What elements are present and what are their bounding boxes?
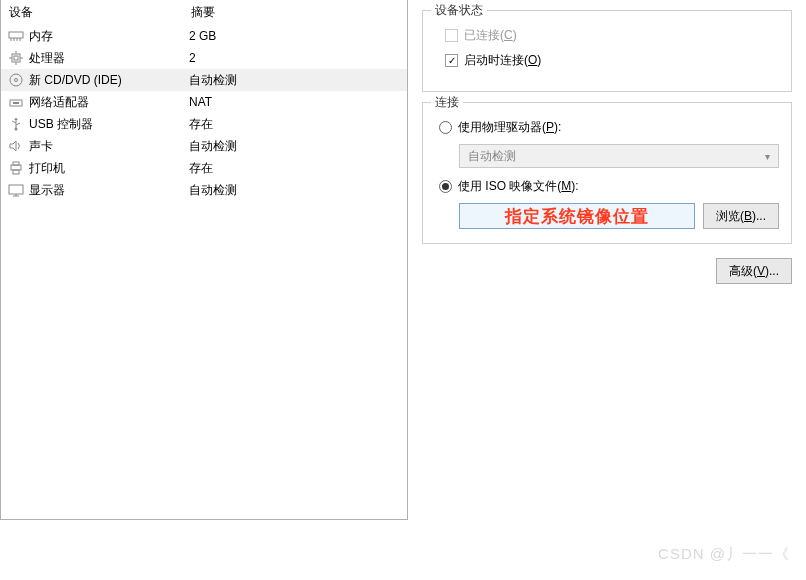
device-name: USB 控制器 [29,116,189,133]
physical-drive-dropdown: 自动检测 ▾ [459,144,779,168]
svg-rect-5 [12,54,20,62]
device-status-title: 设备状态 [431,2,487,19]
connection-title: 连接 [431,94,463,111]
device-row[interactable]: 新 CD/DVD (IDE)自动检测 [1,69,407,91]
device-summary: 自动检测 [189,182,401,199]
device-summary: 2 GB [189,29,401,43]
svg-rect-23 [9,185,23,194]
device-name: 显示器 [29,182,189,199]
device-name: 内存 [29,28,189,45]
connect-on-start-checkbox[interactable]: ✓ [445,54,458,67]
device-summary: NAT [189,95,401,109]
device-summary: 2 [189,51,401,65]
device-name: 新 CD/DVD (IDE) [29,72,189,89]
browse-button[interactable]: 浏览(B)... [703,203,779,229]
iso-label: 使用 ISO 映像文件(M): [458,178,579,195]
device-summary: 自动检测 [189,138,401,155]
physical-drive-radio[interactable] [439,121,452,134]
device-row[interactable]: 显示器自动检测 [1,179,407,201]
device-row[interactable]: 内存2 GB [1,25,407,47]
header-summary: 摘要 [191,4,407,21]
svg-rect-22 [13,170,19,174]
iso-radio-row[interactable]: 使用 ISO 映像文件(M): [435,178,779,195]
iso-annotation-text: 指定系统镜像位置 [505,205,649,228]
svg-rect-21 [11,165,21,170]
svg-rect-14 [13,102,19,104]
svg-line-18 [16,123,20,125]
physical-drive-radio-row[interactable]: 使用物理驱动器(P): [435,119,779,136]
device-status-group: 设备状态 已连接(C) ✓ 启动时连接(O) [422,10,792,92]
sound-icon [7,138,25,154]
watermark: CSDN @丿一一《 [658,545,790,564]
device-name: 打印机 [29,160,189,177]
advanced-button[interactable]: 高级(V)... [716,258,792,284]
device-summary: 存在 [189,116,401,133]
chevron-down-icon: ▾ [765,151,770,162]
display-icon [7,182,25,198]
settings-panel: 设备状态 已连接(C) ✓ 启动时连接(O) 连接 使用物理驱动器(P): [408,0,806,520]
connected-checkbox-row: 已连接(C) [435,27,779,44]
network-icon [7,94,25,110]
connect-on-start-row[interactable]: ✓ 启动时连接(O) [435,52,779,69]
iso-path-input[interactable]: 指定系统镜像位置 [459,203,695,229]
connection-group: 连接 使用物理驱动器(P): 自动检测 ▾ 使用 ISO 映像文件(M): 指定 [422,102,792,244]
connect-on-start-label: 启动时连接(O) [464,52,541,69]
device-row[interactable]: 处理器2 [1,47,407,69]
device-summary: 自动检测 [189,72,401,89]
svg-point-12 [15,79,18,82]
svg-rect-0 [9,32,23,38]
device-row[interactable]: 网络适配器NAT [1,91,407,113]
device-name: 网络适配器 [29,94,189,111]
svg-point-16 [15,128,18,131]
svg-rect-6 [14,56,18,60]
device-row[interactable]: 声卡自动检测 [1,135,407,157]
device-name: 处理器 [29,50,189,67]
device-list-panel: 设备 摘要 内存2 GB处理器2新 CD/DVD (IDE)自动检测网络适配器N… [0,0,408,520]
svg-line-17 [12,121,16,123]
memory-icon [7,28,25,44]
device-name: 声卡 [29,138,189,155]
svg-point-11 [10,74,22,86]
header-device: 设备 [1,4,191,21]
disc-icon [7,72,25,88]
printer-icon [7,160,25,176]
physical-drive-label: 使用物理驱动器(P): [458,119,561,136]
iso-radio[interactable] [439,180,452,193]
device-list-header: 设备 摘要 [1,0,407,25]
device-summary: 存在 [189,160,401,177]
connected-label: 已连接(C) [464,27,517,44]
cpu-icon [7,50,25,66]
svg-marker-19 [10,141,16,151]
device-row[interactable]: USB 控制器存在 [1,113,407,135]
physical-drive-dropdown-value: 自动检测 [468,148,516,165]
device-row[interactable]: 打印机存在 [1,157,407,179]
connected-checkbox [445,29,458,42]
usb-icon [7,116,25,132]
